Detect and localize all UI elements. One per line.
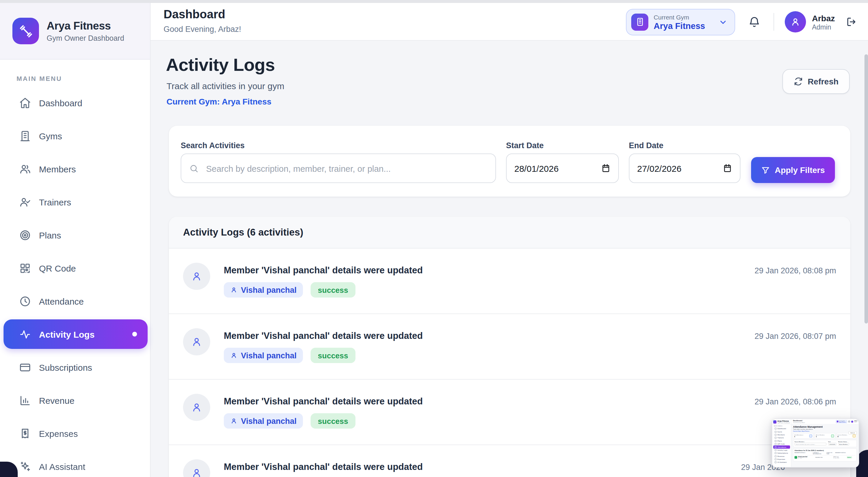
bell-icon[interactable] [748,15,761,28]
preview-stat-text: Inactive Members 0 [838,434,847,438]
sidebar-item-dashboard[interactable]: Dashboard [4,88,148,118]
refresh-icon [794,77,803,86]
row-avatar [183,394,210,421]
start-date-input[interactable]: 28/01/2026 [506,154,619,183]
preview-menu-item-icon [775,449,776,451]
search-input-wrapper [181,154,496,183]
sidebar-item-revenue[interactable]: Revenue [4,385,148,415]
scrollbar-thumb[interactable] [864,54,868,323]
preview-menu-item-label: Trainers [777,437,784,439]
preview-search-group: Search Members Search members by name or… [795,441,826,446]
sidebar-item-gyms[interactable]: Gyms [4,121,148,151]
bar-chart-icon [19,394,31,407]
preview-menu-item-label: Attendance [777,446,786,448]
logout-icon[interactable] [845,16,857,28]
preview-menu-item-label: Plans [777,440,782,442]
app-window: Arya Fitness Gym Owner Dashboard MAIN ME… [0,0,868,477]
preview-checkin-cell: 08:52 am 25 Jan 2026 [833,456,846,459]
activity-timestamp: 29 Jan 2026, 08:06 pm [755,397,836,406]
brand-block: Arya Fitness Gym Owner Dashboard [46,20,124,42]
start-date-value: 28/01/2026 [514,163,559,173]
preview-stat-card-total-attendance: Total Attendance 1 [793,433,813,439]
preview-member-text: Vishal panchal ID: #034 [798,456,807,459]
preview-table: Attendance for 25 Jan 2026 (1 members) M… [793,448,857,462]
sidebar-item-subscriptions[interactable]: Subscriptions [4,352,148,382]
home-icon [19,97,31,109]
gym-selector-value: Arya Fitness [654,21,705,30]
user-info: Arbaz Admin [812,13,835,30]
member-badge[interactable]: Vishal panchal [224,282,303,297]
preview-brand-name: Arya Fitness [777,420,790,422]
status-badge: success [311,413,355,428]
preview-header-greeting: Good Evening, Arbaz! [793,422,805,423]
sidebar-item-trainers[interactable]: Trainers [4,187,148,217]
member-badge[interactable]: Vishal panchal [224,413,303,428]
preview-status-label: Member Status [838,441,849,442]
apply-filters-button[interactable]: Apply Filters [751,157,835,183]
preview-table-header: CONTACT INFORMATION [813,452,826,454]
current-gym-selector[interactable]: Current Gym Arya Fitness [626,8,735,35]
avatar[interactable] [785,11,806,32]
active-dot [132,332,137,337]
preview-menu-item-label: Expenses [777,458,785,460]
building-icon [19,130,31,142]
preview-stat-card-active-members: Active Members 1 [814,433,835,439]
activity-row: Member 'Vishal panchal' details were upd… [169,249,850,314]
sidebar-item-label: Activity Logs [39,329,94,339]
gym-selector-label: Current Gym [654,13,705,20]
end-date-input[interactable]: 27/02/2026 [629,154,740,183]
preview-gym-text: Current Gym Arya Fitness [839,420,846,423]
search-input[interactable] [205,155,491,183]
brand-logo [12,18,39,44]
preview-stat-label: Inactive Members [838,434,847,436]
sidebar-item-label: Dashboard [39,98,82,108]
sidebar-item-members[interactable]: Members [4,154,148,184]
sidebar-item-label: Trainers [39,197,71,207]
activity-title: Member 'Vishal panchal' details were upd… [224,396,423,407]
preview-menu-item-icon [775,455,776,457]
sidebar-item-plans[interactable]: Plans [4,220,148,250]
sidebar-nav: Dashboard Gyms Members Traine [0,88,150,477]
sidebar-item-activity-logs[interactable]: Activity Logs [4,319,148,349]
preview-stat-value: 0 [838,436,847,438]
preview-menu-item-icon [775,434,776,436]
sidebar-item-qr-code[interactable]: QR Code [4,253,148,283]
menu-section-label: MAIN MENU [17,75,62,82]
preview-menu-item-label: QR Code [777,443,785,445]
status-badge-label: success [318,416,348,425]
preview-member-cell: Vishal panchal ID: #034 [795,456,815,459]
sidebar-item-expenses[interactable]: Expenses [4,419,148,448]
header-title: Dashboard [163,8,225,21]
funnel-icon [761,166,770,174]
current-gym-link[interactable]: Current Gym: Arya Fitness [166,97,271,106]
activity-icon [19,328,31,340]
preview-menu-item-label: Revenue [777,455,784,457]
preview-filter-bar: Search Members Search members by name or… [793,440,857,447]
refresh-label: Refresh [808,77,838,86]
refresh-button[interactable]: Refresh [782,69,850,94]
preview-stat-icon [809,435,812,438]
calendar-icon[interactable] [601,163,611,173]
person-icon [230,417,237,424]
member-badge[interactable]: Vishal panchal [224,348,303,363]
sidebar-item-ai-assistant[interactable]: AI Assistant [4,452,148,477]
brand-tagline: Gym Owner Dashboard [46,34,124,42]
preview-content: Arya Fitness Gym Owner Dashboard MAIN ME… [772,419,859,467]
sidebar-header: Arya Fitness Gym Owner Dashboard [0,3,150,60]
preview-menu-item-icon [775,440,776,442]
member-badge-label: Vishal panchal [241,351,297,360]
brand-name: Arya Fitness [46,20,124,32]
preview-logo [773,420,776,423]
sidebar-item-attendance[interactable]: Attendance [4,286,148,316]
preview-date-label: Date [828,441,836,442]
search-icon [189,163,199,173]
person-icon [230,352,237,359]
header-divider [774,13,774,31]
preview-main: Dashboard Good Evening, Arbaz! Current G… [791,419,859,467]
chevron-down-icon [719,18,727,26]
calendar-icon[interactable] [723,163,732,173]
screen-preview-thumbnail[interactable]: Arya Fitness Gym Owner Dashboard MAIN ME… [772,419,859,468]
preview-member-id: ID: #034 [798,457,807,459]
page-subtitle: Track all activities in your gym [166,81,284,91]
preview-menu-item-label: Dashboard [777,428,786,430]
